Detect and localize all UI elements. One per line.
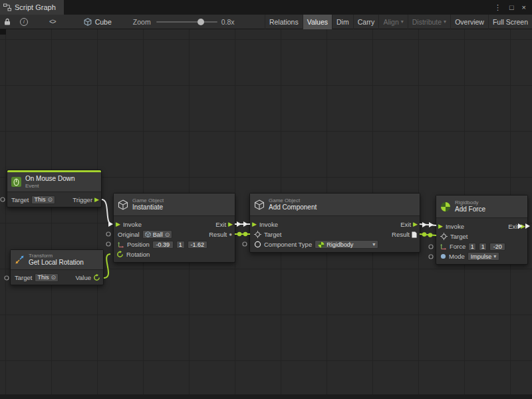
exit-port-icon[interactable]: ▶ [521,223,525,229]
vector3-icon [440,243,447,250]
zoom-slider-track [156,21,217,23]
lock-icon[interactable] [0,15,15,29]
node-on-mouse-down[interactable]: On Mouse Down Event Target This ⊙ Trigge… [7,170,102,207]
exit-port-icon[interactable]: ▶ [228,221,233,227]
position-z-field[interactable]: -1.62 [188,241,207,249]
rigidbody-icon [440,201,451,212]
exit-port-label: Exit [215,221,226,228]
exit-port-label: Exit [508,223,519,230]
port-row: Force 1 1 -20 [436,241,527,251]
graph-toolbar: i <> Cube Zoom 0.8x Relations Values Dim… [0,15,532,29]
invoke-port-label: Invoke [259,221,278,228]
node-header: On Mouse Down Event [7,172,101,192]
document-result-icon[interactable] [412,231,417,238]
original-port-label: Original [118,231,140,238]
script-graph-icon [3,3,11,11]
value-port-label: Value [75,274,91,281]
component-type-port-label: Component Type [264,241,312,248]
graph-name: Cube [95,18,112,26]
canvas-corner [0,29,6,35]
transform-icon [15,255,25,265]
target-port-label: Target [11,196,29,203]
target-value-chip[interactable]: This ⊙ [35,273,59,282]
position-x-field[interactable]: -0.39 [152,241,174,249]
close-icon[interactable]: × [522,3,526,11]
node-title: Instantiate [132,203,164,211]
target-value: This [34,196,45,203]
port-row: Mode Impulse ▾ [436,251,527,261]
chevron-down-icon: ▾ [401,19,404,25]
port-row: Rotation [114,249,235,259]
port-row: Position -0.39 1 -1.62 [114,239,235,249]
crosshair-icon [254,231,261,238]
align-button[interactable]: Align ▾ [378,15,407,29]
kebab-menu-icon[interactable]: ⋮ [494,3,501,12]
original-value-chip[interactable]: Ball ⊙ [142,230,173,239]
overview-button[interactable]: Overview [450,15,488,29]
node-title: Add Component [269,203,317,211]
object-picker-icon[interactable]: ⊙ [51,274,56,281]
fullscreen-button[interactable]: Full Screen [488,15,532,29]
dim-button[interactable]: Dim [332,15,353,29]
trigger-port-icon[interactable]: ▶ [94,197,99,203]
port-row: Target This ⊙ Value [11,271,103,284]
exit-port-icon[interactable]: ▶ [413,221,418,227]
quaternion-port-icon[interactable] [93,274,100,281]
code-icon[interactable]: <> [49,18,56,25]
node-header: Rigidbody Add Force [436,196,527,218]
mode-value: Impulse [471,253,492,260]
force-y-field[interactable]: 1 [479,243,487,251]
force-mode-dropdown[interactable]: Impulse ▾ [467,252,500,261]
quaternion-port-icon[interactable] [116,251,124,258]
flow-row: ▶ Invoke Exit ▶ [436,221,527,231]
node-get-local-rotation[interactable]: Transform Get Local Rotation Target This… [10,249,104,285]
target-value-chip[interactable]: This ⊙ [31,196,55,204]
carry-button[interactable]: Carry [353,15,379,29]
node-title: On Mouse Down [25,175,74,183]
invoke-port-icon[interactable]: ▶ [116,221,120,227]
chevron-down-icon: ▾ [493,253,496,259]
node-add-force[interactable]: Rigidbody Add Force ▶ Invoke Exit ▶ Targ… [436,195,528,265]
node-title: Add Force [455,205,485,213]
force-z-field[interactable]: -20 [489,243,505,251]
titlebar: Script Graph ⋮ □ × [0,0,532,15]
zoom-label: Zoom [133,18,151,26]
info-icon[interactable]: i [20,18,28,26]
game-object-icon [118,200,128,210]
invoke-port-icon[interactable]: ▶ [252,221,257,227]
node-title: Get Local Rotation [29,259,84,267]
invoke-port-label: Invoke [123,221,142,228]
chevron-down-icon: ▾ [444,19,446,25]
node-header: Transform Get Local Rotation [11,250,103,270]
node-category: Game Object [132,198,164,204]
object-picker-icon[interactable]: ⊙ [165,231,170,238]
zoom-slider-handle[interactable] [198,19,204,25]
values-button[interactable]: Values [303,15,332,29]
graph-reference[interactable]: Cube [84,18,112,26]
node-instantiate[interactable]: Game Object Instantiate ▶ Invoke Exit ▶ … [113,193,235,263]
component-type-dropdown[interactable]: Rigidbody ▾ [315,240,378,249]
graph-canvas[interactable]: On Mouse Down Event Target This ⊙ Trigge… [0,29,532,399]
position-port-label: Position [127,241,150,248]
force-x-field[interactable]: 1 [468,243,476,251]
distribute-button[interactable]: Distribute ▾ [408,15,450,29]
maximize-icon[interactable]: □ [509,3,514,11]
flow-row: ▶ Invoke Exit ▶ [114,219,235,229]
zoom-slider[interactable] [156,15,217,29]
node-add-component[interactable]: Game Object Add Component ▶ Invoke Exit … [249,193,420,253]
mode-port-label: Mode [449,253,465,260]
cube-asset-icon [84,18,92,26]
exit-port-label: Exit [400,221,411,228]
invoke-port-icon[interactable]: ▶ [438,223,443,229]
type-circle-icon [254,241,261,248]
target-port-label: Target [264,231,281,238]
position-y-field[interactable]: 1 [176,241,185,249]
port-row: Component Type Rigidbody ▾ [250,239,420,249]
relations-button[interactable]: Relations [265,15,303,29]
tab-script-graph[interactable]: Script Graph [0,0,64,15]
distribute-label: Distribute [412,18,442,26]
result-port-icon[interactable]: ● [229,231,232,237]
result-port-label: Result [209,231,227,238]
original-value: Ball [153,231,163,238]
object-picker-icon[interactable]: ⊙ [47,196,53,203]
